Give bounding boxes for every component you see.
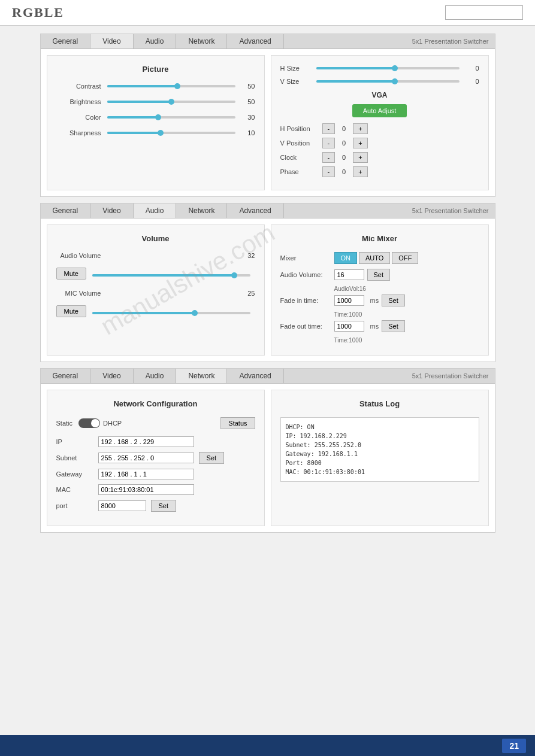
status-button[interactable]: Status xyxy=(220,417,255,429)
panel1-content: Picture Contrast 50 Brightness xyxy=(41,49,495,196)
brightness-row: Brightness 50 xyxy=(56,98,255,105)
sharpness-track[interactable] xyxy=(107,132,235,134)
dhcp-toggle-row: Static DHCP Status xyxy=(56,417,255,429)
mic-mixer-section: Mic Mixer Mixer ON AUTO OFF Audio Volume… xyxy=(271,224,489,356)
mac-label: MAC xyxy=(56,486,98,493)
gateway-input[interactable] xyxy=(98,469,194,479)
panel-video: General Video Audio Network Advanced 5x1… xyxy=(40,34,495,197)
mixer-audio-vol-input[interactable] xyxy=(334,269,364,280)
time-info2: Time:1000 xyxy=(334,337,479,344)
tab-network-2[interactable]: Network xyxy=(176,204,227,218)
vposition-plus[interactable]: + xyxy=(353,138,367,148)
page-number: 21 xyxy=(502,739,526,753)
tab-network-3[interactable]: Network xyxy=(176,369,227,383)
dhcp-toggle[interactable] xyxy=(78,418,100,428)
fade-in-label: Fade in time: xyxy=(280,297,334,304)
sharpness-row: Sharpness 10 xyxy=(56,129,255,136)
dhcp-label: DHCP xyxy=(103,420,122,427)
hposition-plus[interactable]: + xyxy=(353,123,367,134)
clock-label: Clock xyxy=(280,154,322,161)
audio-vol-track[interactable] xyxy=(92,274,250,277)
brightness-label: Brightness xyxy=(56,98,101,105)
tab-audio-1[interactable]: Audio xyxy=(134,34,177,48)
tab-audio-2[interactable]: Audio xyxy=(134,204,177,218)
tab-video-3[interactable]: Video xyxy=(90,369,133,383)
tab-general-3[interactable]: General xyxy=(41,369,91,383)
tab-bar-2: General Video Audio Network Advanced 5x1… xyxy=(41,204,495,218)
header-input[interactable] xyxy=(445,5,523,20)
tab-advanced-3[interactable]: Advanced xyxy=(227,369,283,383)
vsize-row: V Size 0 xyxy=(280,78,479,85)
hsize-track[interactable] xyxy=(316,67,460,69)
fade-out-label: Fade out time: xyxy=(280,323,334,330)
mac-input[interactable] xyxy=(98,484,194,495)
clock-value: 0 xyxy=(335,154,353,161)
fade-in-set-button[interactable]: Set xyxy=(382,294,405,306)
tab-general-1[interactable]: General xyxy=(41,34,91,48)
tab-general-2[interactable]: General xyxy=(41,204,91,218)
port-input[interactable] xyxy=(98,500,146,511)
vposition-value: 0 xyxy=(335,139,353,147)
mixer-off-button[interactable]: OFF xyxy=(392,252,418,264)
subnet-row: Subnet Set xyxy=(56,452,255,464)
panel-network: General Video Audio Network Advanced 5x1… xyxy=(40,368,495,533)
header: RGBLE xyxy=(0,0,535,26)
mixer-auto-button[interactable]: AUTO xyxy=(359,252,390,264)
tab-network-1[interactable]: Network xyxy=(176,34,227,48)
color-track[interactable] xyxy=(107,116,235,119)
port-set-button[interactable]: Set xyxy=(151,500,177,512)
mixer-audio-vol-row: Audio Volume: Set xyxy=(280,269,479,281)
gateway-row: Gateway xyxy=(56,469,255,479)
static-label: Static xyxy=(56,420,73,427)
tab-advanced-2[interactable]: Advanced xyxy=(227,204,283,218)
fade-out-set-button[interactable]: Set xyxy=(382,320,405,332)
subnet-set-button[interactable]: Set xyxy=(199,452,225,464)
gateway-label: Gateway xyxy=(56,470,98,478)
fade-out-input[interactable] xyxy=(334,321,364,332)
hposition-value: 0 xyxy=(335,125,353,132)
ip-row: IP xyxy=(56,436,255,447)
tab-video-1[interactable]: Video xyxy=(90,34,133,48)
vsize-label: V Size xyxy=(280,78,316,85)
mixer-buttons-row: Mixer ON AUTO OFF xyxy=(280,252,479,264)
fade-in-row: Fade in time: ms Set xyxy=(280,294,479,306)
fade-out-row: Fade out time: ms Set xyxy=(280,320,479,332)
vsize-track[interactable] xyxy=(316,80,460,83)
audio-volume-row: Audio Volume 32 xyxy=(56,252,255,259)
clock-plus[interactable]: + xyxy=(353,152,367,163)
panel2-title: 5x1 Presentation Switcher xyxy=(406,204,495,217)
tab-video-2[interactable]: Video xyxy=(90,204,133,218)
vposition-label: V Position xyxy=(280,139,322,147)
vposition-minus[interactable]: - xyxy=(322,138,335,148)
hposition-minus[interactable]: - xyxy=(322,123,335,134)
ip-label: IP xyxy=(56,438,98,445)
hposition-row: H Position - 0 + xyxy=(280,123,479,134)
brightness-track[interactable] xyxy=(107,101,235,103)
panel3-content: Network Configuration Static DHCP Status… xyxy=(41,384,495,532)
audiovol-info: AudioVol:16 xyxy=(334,286,479,292)
phase-plus[interactable]: + xyxy=(353,166,367,177)
contrast-label: Contrast xyxy=(56,83,101,90)
fade-in-input[interactable] xyxy=(334,295,364,306)
contrast-track[interactable] xyxy=(107,85,235,87)
mute-mic-button[interactable]: Mute xyxy=(56,305,86,317)
ms2-label: ms xyxy=(370,323,379,330)
phase-minus[interactable]: - xyxy=(322,166,335,177)
port-label: port xyxy=(56,502,98,509)
mute-audio-button[interactable]: Mute xyxy=(56,268,86,280)
clock-minus[interactable]: - xyxy=(322,152,335,163)
tab-advanced-1[interactable]: Advanced xyxy=(227,34,283,48)
clock-row: Clock - 0 + xyxy=(280,152,479,163)
mic-vol-track[interactable] xyxy=(92,312,250,314)
ip-input[interactable] xyxy=(98,436,194,447)
subnet-input[interactable] xyxy=(98,453,194,463)
mixer-on-button[interactable]: ON xyxy=(334,252,358,264)
panel-audio: General Video Audio Network Advanced 5x1… xyxy=(40,203,495,362)
tab-bar-3: General Video Audio Network Advanced 5x1… xyxy=(41,369,495,384)
volume-title: Volume xyxy=(56,234,255,243)
auto-adjust-button[interactable]: Auto Adjust xyxy=(352,104,407,117)
tab-audio-3[interactable]: Audio xyxy=(134,369,177,383)
mac-row: MAC xyxy=(56,484,255,495)
mic-volume-value: 25 xyxy=(247,290,255,297)
mixer-set1-button[interactable]: Set xyxy=(367,269,391,281)
